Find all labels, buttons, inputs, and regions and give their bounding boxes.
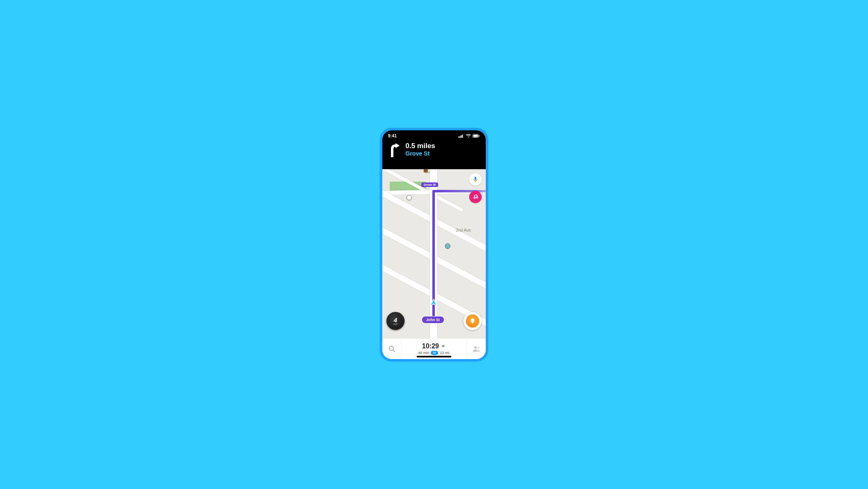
svg-point-9: [448, 245, 449, 246]
turn-street-bubble: Grove St: [421, 182, 438, 187]
svg-line-13: [393, 350, 395, 352]
status-bar: 9:41: [382, 134, 486, 138]
status-time: 9:41: [388, 134, 397, 138]
eta-distance: 12 mi.: [440, 351, 450, 355]
svg-rect-0: [458, 137, 459, 138]
carpool-button[interactable]: [467, 339, 486, 359]
eta-center[interactable]: 10:29 48 min 12 mi.: [401, 343, 467, 355]
voice-search-button[interactable]: [469, 173, 482, 186]
home-indicator: [417, 356, 451, 357]
speed-unit: mph: [393, 323, 398, 325]
eta-duration: 48 min: [418, 351, 429, 355]
music-icon: [473, 194, 478, 200]
arrival-time: 10:29: [422, 343, 439, 350]
svg-point-14: [474, 346, 477, 349]
nav-text: 0.5 miles Grove St: [405, 142, 435, 157]
people-icon: [473, 346, 480, 352]
svg-rect-5: [473, 135, 478, 137]
search-icon: [388, 345, 395, 352]
signal-icon: [458, 134, 464, 138]
eta-details: 48 min 12 mi.: [418, 351, 450, 355]
traffic-icon: [424, 169, 428, 173]
microphone-icon: [473, 176, 478, 183]
speedometer-badge[interactable]: 4 mph: [386, 312, 405, 330]
status-icons: [458, 134, 480, 138]
police-icon: [406, 195, 412, 201]
battery-icon: [473, 134, 480, 138]
svg-point-7: [445, 244, 450, 249]
sound-icon: [441, 344, 446, 348]
report-icon: [466, 314, 479, 328]
wazer-icon: [444, 243, 451, 250]
svg-rect-2: [461, 135, 462, 138]
grove-st-label: Grove St: [395, 187, 406, 190]
phone-frame: 9:41 0.5 miles Grove St: [380, 128, 488, 362]
nav-header[interactable]: 0.5 miles Grove St: [382, 138, 486, 157]
search-button[interactable]: [382, 339, 401, 359]
svg-point-8: [446, 245, 447, 246]
report-button[interactable]: [463, 312, 482, 330]
speed-value: 4: [394, 317, 397, 323]
turn-right-icon: [389, 142, 401, 157]
wifi-icon: [466, 134, 471, 138]
nav-distance: 0.5 miles: [405, 142, 435, 150]
expand-chip-icon: [431, 351, 438, 355]
map-canvas[interactable]: Green Pl Grove St 2nd Ave Grove St John …: [382, 169, 486, 338]
phone-screen: 9:41 0.5 miles Grove St: [382, 130, 486, 359]
nav-panel: 9:41 0.5 miles Grove St: [382, 130, 486, 169]
music-button[interactable]: [469, 191, 482, 203]
svg-rect-10: [475, 177, 476, 180]
svg-rect-6: [479, 135, 480, 137]
current-location-icon: [429, 298, 438, 307]
svg-rect-1: [460, 136, 461, 138]
svg-rect-3: [462, 134, 463, 138]
current-street-pill: John St: [422, 316, 444, 324]
nav-street: Grove St: [405, 150, 435, 157]
svg-point-15: [477, 347, 479, 349]
second-ave-label: 2nd Ave: [456, 228, 471, 233]
